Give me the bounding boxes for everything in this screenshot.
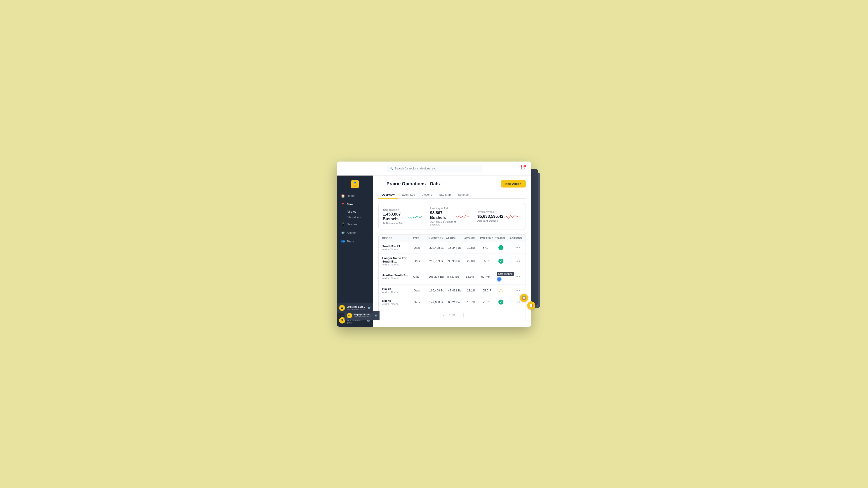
stacked-user-2: EL Employee Lastname User Permission Lev… (337, 303, 373, 313)
prev-page-button[interactable]: ‹ (440, 312, 447, 318)
cell-atrisk: 9,399 Bu (448, 259, 467, 263)
sidebar-item-home[interactable]: 🏠 Home (339, 192, 371, 200)
cell-avgmc: 22.8% (467, 259, 483, 263)
sidebar-item-label: Actions (347, 231, 356, 234)
main-window: 🔍 10+ 🏅 (337, 162, 531, 327)
device-location: Airdrie, Alberta (382, 291, 414, 293)
col-status: STATUS (495, 237, 510, 239)
logo-area: 🏅 (337, 177, 373, 192)
table-header: DEVICE TYPE INVENTORY AT RISK AVG MC AVG… (379, 234, 526, 242)
tab-overview[interactable]: Overview (378, 191, 398, 199)
new-action-button[interactable]: New Action (501, 180, 526, 188)
settings-button[interactable]: ⚙️ (368, 306, 371, 309)
device-name: Another South Bin (382, 273, 413, 277)
cell-avgmc: 15.7% (467, 300, 483, 304)
page-title: Prairie Operations - Oats (386, 181, 440, 186)
tab-settings[interactable]: Settings (455, 191, 472, 199)
cell-type: Oats (414, 246, 429, 250)
sidebar-subnav: All sites Site settings (339, 209, 371, 220)
cell-avgtemp: 55.5°F (483, 289, 498, 292)
cell-atrisk: 6,321 Bu (448, 300, 467, 304)
status-warning-icon: ⚠ (498, 288, 503, 293)
col-device: DEVICE (382, 237, 412, 239)
actions-icon: ⚙️ (341, 231, 345, 235)
cell-avgmc: 13.3% (466, 275, 481, 278)
user-name: Employee Lastname (354, 314, 373, 316)
user-role: User Permission Level (354, 316, 373, 318)
cell-inventory: 165,408 Bu (429, 289, 448, 292)
tab-actions[interactable]: Actions (419, 191, 435, 199)
tab-sitemap[interactable]: Site Map (436, 191, 454, 199)
stat-total-inventory: Total Inventory 1,453,867 Bushels 14 Dev… (379, 203, 426, 230)
sidebar-subitem-sitesettings[interactable]: Site settings (344, 215, 371, 220)
sites-icon: 📍 (341, 202, 345, 206)
cell-avgmc: 19.8% (467, 246, 483, 250)
fab-1[interactable]: 📋 (520, 294, 528, 302)
stat-sub: 14 Devices in Site (383, 222, 408, 225)
cell-type: Oats (414, 300, 429, 304)
stat-label: Inventory at Risk (430, 207, 456, 210)
col-avgmc: AVG MC (464, 237, 479, 239)
data-table: DEVICE TYPE INVENTORY AT RISK AVG MC AVG… (378, 234, 526, 322)
sidebar-item-team[interactable]: 👥 Team (339, 237, 371, 246)
sidebar-item-label: Team (347, 240, 354, 243)
page-info: 1 / 3 (449, 313, 455, 317)
stat-value: $5,633,595.42 (477, 214, 503, 219)
table-row: Bin #5 Airdrie, Alberta Oats 142,658 Bu … (379, 296, 526, 308)
sidebar-item-label: Sites (347, 203, 353, 206)
tab-eventlog[interactable]: Event Log (399, 191, 418, 199)
stats-row: Total Inventory 1,453,867 Bushels 14 Dev… (378, 203, 526, 230)
stat-inventory-value: Inventory Value $5,633,595.42 Across All… (473, 203, 526, 230)
back-button[interactable]: ← (378, 181, 385, 186)
sidebar-item-devices[interactable]: 📱 Devices (339, 220, 371, 228)
stat-label: Total Inventory (383, 208, 408, 211)
sidebar-item-sites[interactable]: 📍 Sites (339, 200, 371, 208)
table-row: Another South Bin Airdrie, Alberta Oats … (379, 269, 526, 285)
stat-value: 93,867 Bushels (430, 210, 456, 220)
col-inventory: INVENTORY (428, 237, 446, 239)
scanning-dot (497, 277, 502, 282)
device-name: Bin #3 (382, 287, 414, 291)
row-actions-button[interactable]: ••• (514, 245, 522, 250)
next-page-button[interactable]: › (458, 312, 464, 318)
user-role: User Permission Level (347, 308, 366, 310)
row-actions-button[interactable]: ••• (514, 259, 522, 264)
status-ok-icon: ✓ (498, 300, 503, 304)
search-input[interactable] (387, 165, 482, 172)
row-actions-button[interactable]: ••• (514, 288, 522, 293)
table-row: Longer Name For South Bi... Airdrie, Alb… (379, 254, 526, 269)
page-header: ← Prairie Operations - Oats New Action (378, 180, 526, 188)
sidebar-item-actions[interactable]: ⚙️ Actions (339, 229, 371, 237)
col-atrisk: AT RISK (446, 237, 464, 239)
content-area: ← Prairie Operations - Oats New Action O… (373, 175, 531, 327)
user-role: User Permission Level (347, 320, 364, 324)
stat-chart-risk (456, 212, 469, 221)
notification-button[interactable]: 10+ (519, 164, 527, 173)
breadcrumb: ← Prairie Operations - Oats (378, 181, 440, 186)
tabs: Overview Event Log Actions Site Map Sett… (378, 191, 526, 199)
avatar: EL (347, 313, 352, 318)
cell-avgtemp: 71.3°F (483, 300, 498, 304)
stat-sub: Across All Devices (477, 219, 503, 222)
device-name: South Bin #1 (382, 245, 414, 248)
row-actions-button[interactable]: ••• (514, 274, 522, 279)
device-location: Airdrie, Alberta (382, 263, 414, 266)
cell-type: Oats (414, 289, 429, 292)
col-actions: ACTIONS (510, 237, 522, 239)
avatar: EL (339, 305, 345, 311)
devices-icon: 📱 (341, 222, 345, 226)
device-location: Airdrie, Alberta (382, 277, 413, 280)
notification-badge: 10+ (521, 165, 526, 167)
fab-2[interactable]: 📋 (527, 301, 535, 310)
sidebar-item-label: Home (347, 194, 355, 197)
app-logo: 🏅 (351, 180, 359, 188)
settings-button[interactable]: ⚙️ (375, 314, 377, 317)
cell-inventory: 142,658 Bu (429, 300, 448, 304)
stat-sub: $604,840.23 Outside of threshold (430, 221, 456, 226)
stat-inventory-risk: Inventory at Risk 93,867 Bushels $604,84… (426, 203, 473, 230)
sidebar-subitem-allsites[interactable]: All sites (344, 209, 371, 215)
user-name: Employee Lastname (347, 306, 366, 308)
top-bar: 🔍 10+ (337, 162, 531, 175)
table-row: Bin #3 Airdrie, Alberta Oats 165,408 Bu … (379, 285, 526, 296)
cell-atrisk: 16,344 Bu (448, 246, 467, 250)
